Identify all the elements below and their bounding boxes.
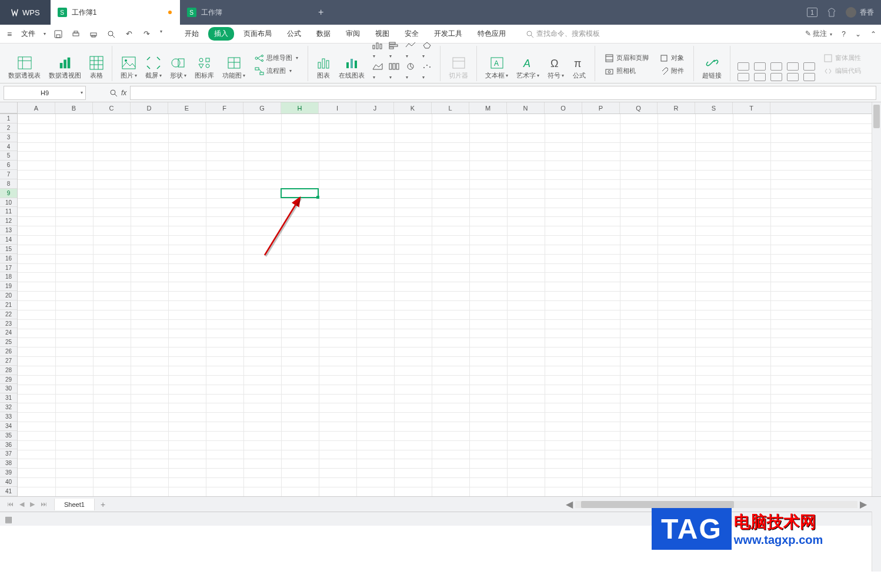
select-all-corner[interactable] <box>0 102 18 113</box>
tab-view[interactable]: 视图 <box>369 27 395 41</box>
pivot-table-button[interactable]: 数据透视表 <box>7 55 42 81</box>
row-header[interactable]: 41 <box>0 487 17 496</box>
notification-badge[interactable]: 1 <box>807 8 817 17</box>
row-header[interactable]: 5 <box>0 151 17 161</box>
column-header[interactable]: E <box>168 102 206 113</box>
form-control-icon[interactable] <box>803 62 815 71</box>
scatter-chart-icon[interactable]: ▾ <box>421 62 433 81</box>
tab-security[interactable]: 安全 <box>399 27 425 41</box>
row-header[interactable]: 1 <box>0 114 17 123</box>
radar-chart-icon[interactable]: ▾ <box>421 41 433 60</box>
screenshot-button[interactable]: 截屏▾ <box>144 55 163 81</box>
column-header[interactable]: C <box>93 102 131 113</box>
row-header[interactable]: 18 <box>0 272 17 282</box>
form-control-icon[interactable] <box>754 62 766 71</box>
row-header[interactable]: 27 <box>0 356 17 366</box>
sheet-next-button[interactable]: ▶ <box>28 500 37 508</box>
column-header[interactable]: L <box>432 102 469 113</box>
row-header[interactable]: 39 <box>0 468 17 477</box>
header-footer-button[interactable]: 页眉和页脚 <box>602 52 651 64</box>
mindmap-button[interactable]: 思维导图▾ <box>252 52 301 64</box>
textbox-button[interactable]: A 文本框▾ <box>484 55 509 81</box>
form-control-icon[interactable] <box>770 62 782 71</box>
sheet-tab[interactable]: Sheet1 <box>54 499 95 510</box>
add-sheet-button[interactable]: + <box>95 500 111 509</box>
row-header[interactable]: 9 <box>0 189 17 198</box>
annotate-button[interactable]: ✎ 批注 ▾ <box>805 29 833 39</box>
hyperlink-button[interactable]: 超链接 <box>701 55 723 81</box>
row-header[interactable]: 31 <box>0 393 17 403</box>
row-header[interactable]: 3 <box>0 133 17 142</box>
area-chart-icon[interactable]: ▾ <box>372 62 383 81</box>
pivot-chart-button[interactable]: 数据透视图 <box>48 55 82 81</box>
row-header[interactable]: 29 <box>0 375 17 385</box>
row-header[interactable]: 23 <box>0 319 17 329</box>
skin-icon[interactable] <box>827 8 836 17</box>
print-icon[interactable] <box>88 29 99 39</box>
icon-library-button[interactable]: 图标库 <box>193 55 215 81</box>
row-header[interactable]: 15 <box>0 245 17 254</box>
scrollbar-thumb[interactable] <box>873 105 880 128</box>
column-header[interactable]: O <box>545 102 582 113</box>
row-header[interactable]: 13 <box>0 226 17 235</box>
column-header[interactable]: M <box>469 102 507 113</box>
row-header[interactable]: 6 <box>0 161 17 170</box>
name-box[interactable]: H9 ▾ <box>4 86 86 100</box>
sheet-prev-button[interactable]: ◀ <box>17 500 26 508</box>
row-header[interactable]: 38 <box>0 459 17 468</box>
tab-special[interactable]: 特色应用 <box>472 27 512 41</box>
picture-button[interactable]: 图片▾ <box>119 55 138 81</box>
column-header[interactable]: T <box>733 102 770 113</box>
column-header[interactable]: R <box>658 102 695 113</box>
row-header[interactable]: 26 <box>0 347 17 356</box>
scroll-left-icon[interactable]: ◀ <box>563 499 575 510</box>
column-header[interactable]: Q <box>620 102 658 113</box>
form-control-icon[interactable] <box>787 62 799 71</box>
row-header[interactable]: 32 <box>0 403 17 412</box>
form-control-icon[interactable] <box>770 73 782 81</box>
row-header[interactable]: 19 <box>0 282 17 291</box>
row-header[interactable]: 8 <box>0 179 17 189</box>
help-button[interactable]: ? <box>842 30 846 38</box>
cells-grid[interactable] <box>18 114 881 496</box>
object-button[interactable]: 对象 <box>657 52 686 64</box>
row-header[interactable]: 21 <box>0 300 17 310</box>
row-header[interactable]: 40 <box>0 477 17 487</box>
chart-button[interactable]: 图表 <box>315 55 332 81</box>
undo-icon[interactable]: ↶ <box>124 29 134 39</box>
row-header[interactable]: 17 <box>0 263 17 273</box>
column-header[interactable]: P <box>582 102 620 113</box>
column-header[interactable]: K <box>394 102 432 113</box>
form-control-icon[interactable] <box>787 73 799 81</box>
row-header[interactable]: 20 <box>0 291 17 300</box>
online-chart-button[interactable]: 在线图表 <box>338 55 366 81</box>
row-header[interactable]: 34 <box>0 422 17 431</box>
column-header[interactable]: F <box>206 102 243 113</box>
row-header[interactable]: 35 <box>0 431 17 440</box>
form-control-icon[interactable] <box>754 73 766 81</box>
row-header[interactable]: 7 <box>0 170 17 179</box>
row-header[interactable]: 22 <box>0 310 17 319</box>
print-preview-icon[interactable] <box>106 29 116 39</box>
fx-icon[interactable]: fx <box>121 89 126 97</box>
column-header[interactable]: B <box>55 102 93 113</box>
redo-icon[interactable]: ↷ <box>141 29 152 39</box>
sheet-first-button[interactable]: ⏮ <box>5 500 16 508</box>
column-chart-icon[interactable]: ▾ <box>388 62 400 81</box>
chevron-down-icon[interactable]: ▾ <box>160 29 162 39</box>
column-header[interactable]: I <box>319 102 356 113</box>
row-header[interactable]: 16 <box>0 254 17 263</box>
row-header[interactable]: 11 <box>0 207 17 216</box>
tab-insert[interactable]: 插入 <box>208 27 234 41</box>
formula-input[interactable] <box>130 86 876 100</box>
row-header[interactable]: 36 <box>0 440 17 450</box>
command-search[interactable]: 查找命令、搜索模板 <box>526 29 600 39</box>
shape-button[interactable]: 形状▾ <box>169 55 188 81</box>
document-tab-active[interactable]: S 工作簿1 <box>51 0 180 25</box>
column-header[interactable]: H <box>281 102 319 113</box>
more-button[interactable]: ⌃ <box>870 30 876 38</box>
document-tab-inactive[interactable]: S 工作簿 <box>180 0 309 25</box>
tab-developer[interactable]: 开发工具 <box>428 27 468 41</box>
row-header[interactable]: 24 <box>0 328 17 338</box>
line-chart-icon[interactable]: ▾ <box>405 41 416 60</box>
